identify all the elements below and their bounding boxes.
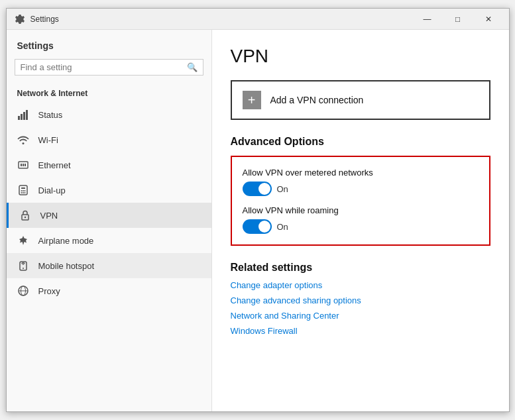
ethernet-icon xyxy=(17,159,29,171)
sidebar-item-ethernet[interactable]: Ethernet xyxy=(7,152,211,178)
nav-section-label: Network & Internet xyxy=(7,83,211,102)
toggle-roaming-status: On xyxy=(277,222,288,232)
sidebar-item-status[interactable]: Status xyxy=(7,102,211,127)
svg-rect-5 xyxy=(21,164,22,166)
add-vpn-label: Add a VPN connection xyxy=(270,95,364,105)
related-settings-title: Related settings xyxy=(231,262,490,274)
maximize-button[interactable]: □ xyxy=(443,9,473,30)
advanced-options-title: Advanced Options xyxy=(231,136,490,148)
title-bar-title: Settings xyxy=(30,15,59,24)
vpn-label: VPN xyxy=(40,211,58,221)
svg-rect-7 xyxy=(25,164,26,166)
wifi-label: Wi-Fi xyxy=(38,135,58,145)
svg-rect-1 xyxy=(21,114,23,120)
svg-point-17 xyxy=(24,217,25,218)
svg-point-19 xyxy=(23,268,24,269)
sidebar-item-vpn[interactable]: VPN xyxy=(7,203,211,228)
svg-rect-6 xyxy=(23,164,24,166)
advanced-options-box: Allow VPN over metered networks On Allow… xyxy=(231,156,490,246)
svg-point-15 xyxy=(24,192,25,193)
svg-point-13 xyxy=(21,192,22,193)
toggle-roaming-row: Allow VPN while roaming On xyxy=(243,205,479,234)
add-vpn-button[interactable]: + Add a VPN connection xyxy=(231,80,490,120)
close-button[interactable]: ✕ xyxy=(473,9,504,30)
dialup-label: Dial-up xyxy=(38,185,66,195)
airplane-label: Airplane mode xyxy=(38,236,94,246)
proxy-label: Proxy xyxy=(38,286,60,296)
svg-point-11 xyxy=(23,190,24,191)
settings-window: Settings — □ ✕ Settings 🔍 Network & Inte… xyxy=(6,8,510,412)
content-area: Settings 🔍 Network & Internet S xyxy=(7,30,509,411)
title-bar-left: Settings xyxy=(15,14,59,25)
svg-point-10 xyxy=(21,190,22,191)
dialup-icon xyxy=(17,184,29,196)
search-input[interactable] xyxy=(21,62,187,72)
title-bar: Settings — □ ✕ xyxy=(7,9,509,30)
related-link-firewall[interactable]: Windows Firewall xyxy=(231,326,490,336)
vpn-icon xyxy=(19,209,31,221)
status-label: Status xyxy=(38,110,63,120)
sidebar: Settings 🔍 Network & Internet S xyxy=(7,30,212,411)
status-icon xyxy=(17,109,29,121)
toggle-metered[interactable] xyxy=(243,182,272,196)
svg-point-14 xyxy=(23,192,24,193)
toggle-metered-status: On xyxy=(277,184,288,194)
sidebar-item-dialup[interactable]: Dial-up xyxy=(7,178,211,203)
ethernet-label: Ethernet xyxy=(38,160,71,170)
related-link-adapter[interactable]: Change adapter options xyxy=(231,280,490,290)
title-bar-controls: — □ ✕ xyxy=(412,9,504,30)
sidebar-item-airplane[interactable]: Airplane mode xyxy=(7,228,211,253)
settings-gear-icon xyxy=(15,14,25,25)
wifi-icon xyxy=(17,134,29,146)
svg-rect-9 xyxy=(21,187,25,189)
toggle-metered-row: Allow VPN over metered networks On xyxy=(243,168,479,196)
minimize-button[interactable]: — xyxy=(412,9,443,30)
plus-icon: + xyxy=(243,91,261,109)
toggle-roaming[interactable] xyxy=(243,219,272,234)
toggle-roaming-control: On xyxy=(243,219,479,234)
svg-point-12 xyxy=(24,190,25,191)
search-icon: 🔍 xyxy=(187,62,198,72)
sidebar-title: Settings xyxy=(7,30,211,56)
airplane-icon xyxy=(17,235,29,246)
svg-rect-2 xyxy=(23,112,25,120)
hotspot-icon xyxy=(17,260,29,272)
search-box[interactable]: 🔍 xyxy=(15,59,203,76)
proxy-icon xyxy=(17,285,29,297)
toggle-roaming-label: Allow VPN while roaming xyxy=(243,205,479,215)
related-link-network-center[interactable]: Network and Sharing Center xyxy=(231,311,490,321)
hotspot-label: Mobile hotspot xyxy=(38,261,95,271)
sidebar-item-hotspot[interactable]: Mobile hotspot xyxy=(7,253,211,278)
toggle-metered-label: Allow VPN over metered networks xyxy=(243,168,479,178)
main-content: VPN + Add a VPN connection Advanced Opti… xyxy=(212,30,509,411)
svg-rect-0 xyxy=(18,116,20,120)
related-link-sharing[interactable]: Change advanced sharing options xyxy=(231,295,490,305)
sidebar-item-proxy[interactable]: Proxy xyxy=(7,278,211,303)
sidebar-item-wifi[interactable]: Wi-Fi xyxy=(7,127,211,152)
svg-rect-3 xyxy=(26,110,28,120)
page-title: VPN xyxy=(231,46,490,67)
toggle-metered-control: On xyxy=(243,182,479,196)
